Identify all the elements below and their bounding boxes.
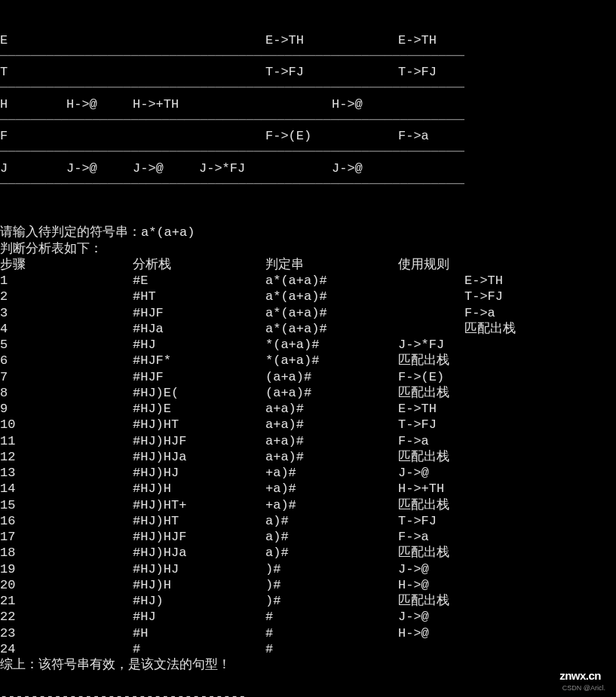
grammar-cell: F->a	[398, 128, 464, 144]
grammar-cell	[199, 96, 265, 112]
cell-rule: T->FJ	[398, 289, 564, 304]
watermark-author: CSDN @Aricl.	[562, 684, 605, 692]
cell-rule	[398, 641, 564, 657]
grammar-row: JJ->@J->@J->*FJJ->@	[0, 160, 616, 176]
grammar-cell: T->FJ	[398, 64, 464, 80]
header-step: 步骤	[0, 257, 133, 273]
grammar-cell	[199, 32, 265, 48]
cell-input: (a+a)#	[265, 369, 398, 385]
cell-step: 17	[0, 529, 133, 545]
cell-rule: 匹配出栈	[398, 449, 564, 465]
grammar-row: EE->THE->TH	[0, 32, 616, 48]
table-row: 16#HJ)HTa)#T->FJ	[0, 513, 616, 529]
table-row: 6#HJF**(a+a)#匹配出栈	[0, 353, 616, 368]
cell-rule: 匹配出栈	[398, 385, 564, 401]
cell-rule: J->@	[398, 609, 564, 625]
grammar-table: EE->THE->TH─────────────────────────────…	[0, 0, 616, 208]
cell-step: 13	[0, 465, 133, 481]
table-row: 13#HJ)HJ+a)#J->@	[0, 465, 616, 481]
grammar-divider: ────────────────────────────────────────…	[0, 48, 464, 64]
cell-rule: 匹配出栈	[398, 593, 564, 609]
cell-stack: #H	[133, 625, 265, 641]
cell-stack: #HJ)	[133, 593, 265, 609]
cell-step: 10	[0, 417, 133, 433]
grammar-cell: J	[0, 160, 66, 176]
grammar-cell: J->*FJ	[199, 160, 265, 176]
cell-step: 1	[0, 273, 133, 289]
cell-input: )#	[265, 561, 398, 577]
cell-stack: #HJ)HJa	[133, 449, 265, 465]
cell-stack: #HJa	[133, 321, 265, 337]
cell-input: a+a)#	[265, 433, 398, 449]
grammar-cell: F	[0, 128, 66, 144]
table-row: 19#HJ)HJ)#J->@	[0, 561, 616, 577]
table-row: 5#HJ*(a+a)#J->*FJ	[0, 337, 616, 353]
cell-input: #	[265, 641, 398, 657]
grammar-cell	[332, 32, 398, 48]
cell-stack: #HJ)HT	[133, 513, 265, 529]
grammar-cell: J->@	[332, 160, 398, 176]
cell-stack: #HJF*	[133, 353, 265, 368]
cell-input: (a+a)#	[265, 385, 398, 401]
cell-step: 24	[0, 641, 133, 657]
cell-step: 23	[0, 625, 133, 641]
grammar-row: FF->(E)F->a	[0, 128, 616, 144]
cell-rule: T->FJ	[398, 513, 564, 529]
table-row: 2#HTa*(a+a)#T->FJ	[0, 289, 616, 304]
table-row: 11#HJ)HJFa+a)#F->a	[0, 433, 616, 449]
grammar-cell: T	[0, 64, 66, 80]
cell-input: #	[265, 609, 398, 625]
grammar-cell	[265, 96, 332, 112]
table-row: 12#HJ)HJaa+a)#匹配出栈	[0, 449, 616, 465]
cell-step: 18	[0, 545, 133, 561]
cell-step: 3	[0, 305, 133, 321]
grammar-cell	[199, 64, 265, 80]
table-row: 20#HJ)H)#H->@	[0, 577, 616, 593]
cell-input: a)#	[265, 513, 398, 529]
grammar-cell	[66, 32, 133, 48]
cell-stack: #HJ	[133, 609, 265, 625]
grammar-cell: T->FJ	[265, 64, 332, 80]
cell-rule: H->+TH	[398, 481, 564, 497]
table-row: 10#HJ)HTa+a)#T->FJ	[0, 417, 616, 433]
cell-stack: #E	[133, 273, 265, 289]
conclusion: 综上：该符号串有效，是该文法的句型！	[0, 657, 616, 673]
cell-stack: #HT	[133, 289, 265, 304]
cell-input: *(a+a)#	[265, 353, 398, 368]
cell-input: )#	[265, 577, 398, 593]
grammar-cell: E->TH	[398, 32, 464, 48]
cell-rule: H->@	[398, 625, 564, 641]
cell-input: #	[265, 625, 398, 641]
grammar-divider: ────────────────────────────────────────…	[0, 176, 464, 192]
cell-step: 22	[0, 609, 133, 625]
grammar-divider: ────────────────────────────────────────…	[0, 112, 464, 128]
cell-step: 20	[0, 577, 133, 593]
cell-stack: #HJ)HJF	[133, 529, 265, 545]
cell-input: a)#	[265, 529, 398, 545]
cell-stack: #HJ)H	[133, 577, 265, 593]
cell-input: *(a+a)#	[265, 337, 398, 353]
cell-stack: #HJ)HJF	[133, 433, 265, 449]
cell-rule: 匹配出栈	[398, 353, 564, 368]
cell-input: +a)#	[265, 465, 398, 481]
cell-stack: #HJ)E(	[133, 385, 265, 401]
grammar-cell	[199, 128, 265, 144]
grammar-cell	[398, 160, 464, 176]
cell-rule: F->(E)	[398, 369, 564, 385]
cell-stack: #HJ)HJa	[133, 545, 265, 561]
cell-step: 4	[0, 321, 133, 337]
grammar-cell	[398, 96, 464, 112]
grammar-cell: J->@	[133, 160, 199, 176]
cell-rule: E->TH	[398, 401, 564, 417]
cell-input: a*(a+a)#	[265, 273, 398, 289]
cell-stack: #HJF	[133, 369, 265, 385]
cell-step: 6	[0, 353, 133, 368]
cell-input: a+a)#	[265, 449, 398, 465]
cell-rule: H->@	[398, 577, 564, 593]
cell-step: 7	[0, 369, 133, 385]
grammar-cell	[133, 128, 199, 144]
table-row: 15#HJ)HT++a)#匹配出栈	[0, 497, 616, 513]
cell-input: +a)#	[265, 497, 398, 513]
cell-rule: 匹配出栈	[398, 497, 564, 513]
cell-step: 16	[0, 513, 133, 529]
